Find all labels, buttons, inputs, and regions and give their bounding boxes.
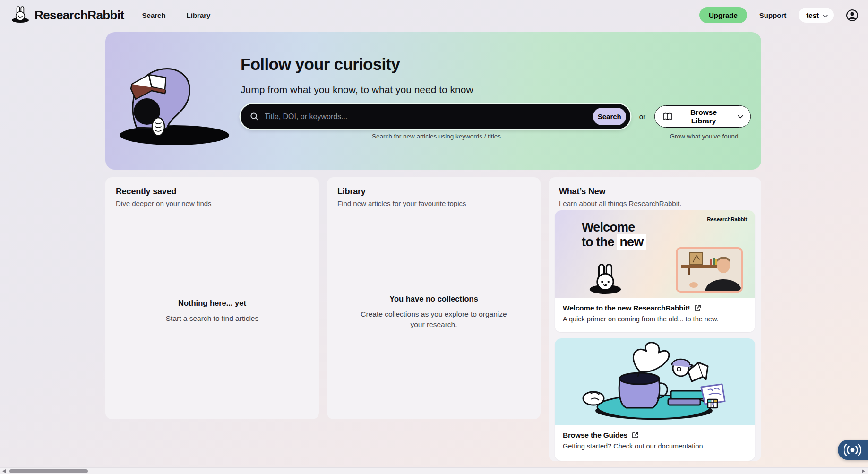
account-name: test — [806, 11, 819, 19]
scrollbar-thumb[interactable] — [9, 469, 88, 473]
primary-nav: Search Library — [142, 11, 211, 19]
guides-illustration — [555, 338, 755, 425]
thumbnail-title: Welcome to the new — [582, 220, 646, 250]
diver-illustration — [118, 56, 233, 147]
news-item-subtitle: A quick primer on coming from the old...… — [563, 315, 747, 323]
empty-state-title: Nothing here... yet — [105, 299, 319, 308]
avatar-icon[interactable] — [846, 9, 859, 22]
nav-item-search[interactable]: Search — [142, 11, 166, 19]
recently-saved-empty-state: Nothing here... yet Start a search to fi… — [105, 299, 319, 324]
open-book-icon — [663, 112, 672, 121]
library-subtitle: Find new articles for your favourite top… — [337, 199, 530, 207]
whats-new-card: What’s New Learn about all things Resear… — [549, 177, 761, 461]
external-link-icon — [632, 432, 638, 439]
support-link[interactable]: Support — [759, 11, 787, 19]
thumbnail-brand: ResearchRabbit — [707, 216, 747, 222]
account-menu-button[interactable]: test — [799, 8, 834, 23]
library-title: Library — [337, 187, 530, 197]
brand-logo[interactable]: ResearchRabbit — [11, 6, 124, 25]
recently-saved-subtitle: Dive deeper on your new finds — [116, 199, 309, 207]
empty-state-subtitle: Create collections as you explore to org… — [353, 309, 515, 330]
announcements-button[interactable] — [838, 440, 868, 460]
top-navbar: ResearchRabbit Search Library Upgrade Su… — [0, 0, 868, 30]
hero-title: Follow your curiosity — [241, 55, 751, 74]
news-item-guides[interactable]: Browse the Guides Getting started? Check… — [555, 338, 755, 461]
rabbit-logo-icon — [11, 6, 30, 25]
library-card: Library Find new articles for your favou… — [327, 177, 541, 419]
news-item-welcome[interactable]: ResearchRabbit Welcome to the new — [555, 210, 755, 332]
hero-banner: Follow your curiosity Jump from what you… — [105, 32, 761, 170]
news-item-subtitle: Getting started? Check out our documenta… — [563, 442, 747, 450]
news-item-title: Browse the Guides — [563, 431, 627, 440]
hero-subtitle: Jump from what you know, to what you nee… — [241, 84, 751, 95]
or-label: or — [639, 112, 645, 121]
chevron-down-icon — [823, 11, 828, 19]
scroll-left-arrow[interactable] — [2, 469, 6, 473]
broadcast-icon — [844, 444, 861, 456]
search-button[interactable]: Search — [593, 108, 626, 125]
recently-saved-title: Recently saved — [116, 187, 309, 197]
whats-new-title: What’s New — [559, 187, 751, 197]
brand-name: ResearchRabbit — [34, 8, 124, 23]
search-input[interactable] — [265, 112, 593, 121]
presenter-video-still — [676, 247, 743, 293]
library-empty-state: You have no collections Create collectio… — [327, 294, 541, 330]
horizontal-scrollbar[interactable] — [0, 467, 868, 474]
empty-state-subtitle: Start a search to find articles — [105, 313, 319, 324]
browse-library-label: Browse Library — [677, 108, 730, 125]
recently-saved-card: Recently saved Dive deeper on your new f… — [105, 177, 319, 419]
browse-library-button[interactable]: Browse Library — [654, 105, 751, 128]
news-item-title: Welcome to the new ResearchRabbit! — [563, 304, 690, 312]
empty-state-title: You have no collections — [353, 294, 515, 303]
external-link-icon — [694, 305, 701, 311]
whats-new-subtitle: Learn about all things ResearchRabbit. — [559, 199, 751, 207]
search-icon — [250, 112, 259, 121]
search-caption: Search for new articles using keywords /… — [241, 133, 632, 140]
nav-item-library[interactable]: Library — [187, 11, 211, 19]
browse-caption: Grow what you’ve found — [659, 133, 749, 140]
search-bar: Search — [241, 104, 630, 129]
upgrade-button[interactable]: Upgrade — [699, 7, 747, 23]
scroll-right-arrow[interactable] — [862, 469, 865, 473]
chevron-down-icon — [738, 115, 743, 119]
welcome-video-thumbnail: ResearchRabbit Welcome to the new — [555, 210, 755, 298]
rabbit-in-hole-icon — [587, 263, 624, 294]
